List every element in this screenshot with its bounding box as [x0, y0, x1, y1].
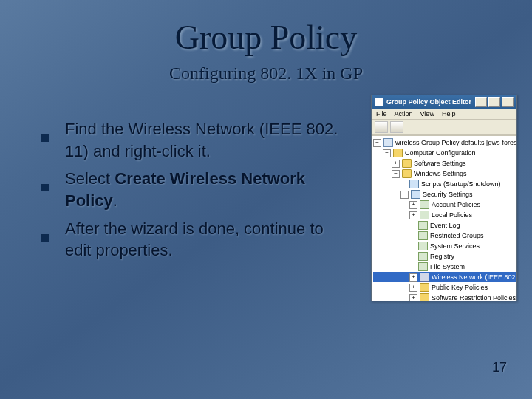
slide-subtitle: Configuring 802. 1X in GP — [0, 64, 532, 83]
policy-icon — [420, 200, 429, 209]
folder-icon — [402, 169, 412, 178]
menu-help[interactable]: Help — [442, 110, 456, 117]
bullet-text: After the wizard is done, continue to ed… — [65, 218, 352, 262]
app-icon — [375, 98, 383, 106]
tree-root-node[interactable]: − wireless Group Policy defaults [gws-fo… — [373, 137, 516, 148]
wireless-icon — [420, 273, 429, 282]
bullet-item: Find the Wireless Network (IEEE 802. 11)… — [41, 118, 352, 162]
policy-icon — [418, 252, 428, 261]
maximize-button[interactable] — [488, 97, 500, 107]
bullet-text: Select Create Wireless Network Policy. — [65, 168, 352, 211]
scripts-icon — [409, 180, 419, 188]
close-button[interactable] — [502, 97, 514, 107]
tree-node[interactable]: File System — [373, 262, 516, 272]
bullet-marker-icon — [41, 168, 65, 211]
bullet-item: Select Create Wireless Network Policy. — [41, 168, 352, 211]
slide-body: Find the Wireless Network (IEEE 802. 11)… — [41, 118, 352, 267]
back-button-icon[interactable] — [375, 121, 388, 133]
window-titlebar[interactable]: Group Policy Object Editor — [372, 95, 516, 109]
policy-icon — [418, 231, 428, 240]
tree-node[interactable]: Restricted Groups — [373, 231, 516, 241]
tree-node[interactable]: Registry — [373, 251, 516, 262]
folder-icon — [402, 159, 412, 168]
tree-node[interactable]: + Account Policies — [373, 200, 516, 210]
toolbar-button-icon[interactable] — [452, 121, 466, 133]
window-title: Group Policy Object Editor — [386, 98, 471, 106]
folder-icon — [420, 293, 429, 301]
menu-view[interactable]: View — [420, 110, 434, 117]
security-icon — [411, 190, 420, 199]
toolbar-button-icon[interactable] — [437, 121, 450, 133]
console-icon — [383, 138, 393, 147]
menu-action[interactable]: Action — [395, 110, 413, 117]
tree-node-scripts[interactable]: Scripts (Startup/Shutdown) — [373, 179, 516, 189]
minimize-button[interactable] — [475, 97, 487, 107]
tree-node-software-settings[interactable]: + Software Settings — [373, 158, 516, 168]
folder-icon — [393, 149, 403, 157]
tree-node-windows-settings[interactable]: − Windows Settings — [373, 168, 516, 179]
tree-node-security-settings[interactable]: − Security Settings — [373, 189, 516, 200]
slide: Group Policy Configuring 802. 1X in GP F… — [0, 0, 532, 399]
folder-icon — [420, 283, 429, 292]
bullet-text: Find the Wireless Network (IEEE 802. 11)… — [65, 118, 352, 162]
tree-node-computer-configuration[interactable]: − Computer Configuration — [373, 148, 516, 158]
tree-node[interactable]: + Public Key Policies — [373, 282, 516, 293]
forward-button-icon[interactable] — [390, 121, 403, 133]
bullet-item: After the wizard is done, continue to ed… — [41, 218, 352, 262]
bullet-marker-icon — [41, 218, 65, 262]
policy-icon — [418, 221, 428, 230]
bullet-marker-icon — [41, 118, 65, 162]
slide-title: Group Policy — [0, 18, 532, 57]
gp-editor-window: Group Policy Object Editor File Action V… — [371, 95, 517, 301]
policy-icon — [420, 211, 429, 219]
tree-node[interactable]: + Software Restriction Policies — [373, 293, 516, 301]
tree-node[interactable]: + Local Policies — [373, 210, 516, 220]
tree-node-wireless-network[interactable]: + Wireless Network (IEEE 802.11) — [373, 272, 516, 282]
page-number: 17 — [492, 360, 507, 375]
tree-node[interactable]: System Services — [373, 241, 516, 251]
up-button-icon[interactable] — [406, 121, 419, 133]
tree-panel: − wireless Group Policy defaults [gws-fo… — [372, 135, 516, 301]
toolbar-button-icon[interactable] — [421, 121, 434, 133]
menubar: File Action View Help — [372, 109, 516, 120]
menu-file[interactable]: File — [376, 110, 387, 117]
policy-icon — [418, 262, 428, 271]
policy-icon — [418, 242, 428, 250]
toolbar — [372, 120, 516, 135]
tree-node[interactable]: Event Log — [373, 220, 516, 231]
